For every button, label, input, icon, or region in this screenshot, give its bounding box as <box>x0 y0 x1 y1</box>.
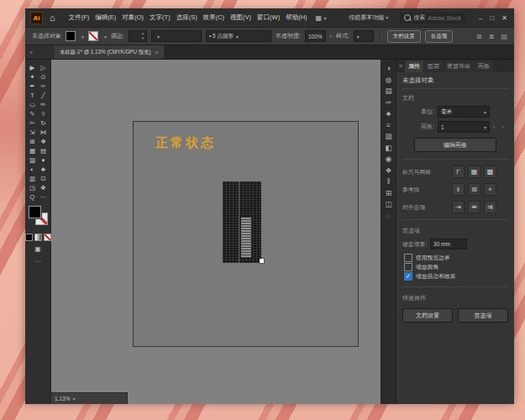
tab-artboards[interactable]: 画板 <box>475 60 493 72</box>
gradient-tool[interactable]: ▨ <box>27 155 38 165</box>
artboard-tool[interactable]: ⊡ <box>38 174 49 183</box>
symbol-sprayer-tool[interactable]: ♣ <box>38 165 49 174</box>
menu-object[interactable]: 对象(O) <box>122 13 144 22</box>
checkbox-scale-corners[interactable]: 缩放圆角 <box>404 263 508 271</box>
graphic-styles-panel-icon[interactable]: ❖ <box>386 167 392 175</box>
blend-tool[interactable]: ◐ <box>27 165 38 174</box>
magic-wand-tool[interactable]: ✦ <box>27 72 38 81</box>
preferences-button[interactable]: 首选项 <box>458 308 508 323</box>
appearance-panel-icon[interactable]: ◉ <box>386 155 391 163</box>
document-tab[interactable]: 未标题-1* @ 1.13% (CMYK/GPU 预览) × <box>55 45 164 59</box>
edit-artboards-button[interactable]: 编辑画板 <box>414 138 496 152</box>
color-fill-button[interactable] <box>25 234 33 241</box>
eraser-tool[interactable]: ◊ <box>38 109 49 118</box>
gradient-fill-button[interactable] <box>34 234 42 241</box>
opacity-value[interactable]: 100% <box>305 30 326 42</box>
tab-close-icon[interactable]: × <box>155 50 159 55</box>
toolbar-expander-icon[interactable]: » <box>25 45 55 59</box>
perspective-grid-tool[interactable]: ▦ <box>27 146 38 155</box>
graphic-style-select[interactable]: ▾ <box>354 30 374 42</box>
zoom-tool[interactable]: Q <box>27 192 38 202</box>
width-profile-select[interactable]: ▾ <box>151 30 202 42</box>
selection-handle[interactable] <box>260 259 264 263</box>
width-tool[interactable]: ⋈ <box>38 128 49 137</box>
gradient-panel-icon[interactable]: ▨ <box>385 133 391 140</box>
selection-tool[interactable]: ▶ <box>27 63 38 72</box>
menu-effect[interactable]: 效果(C) <box>203 13 224 22</box>
paintbrush-tool[interactable]: ✏ <box>38 100 49 109</box>
rotate-tool[interactable]: ↻ <box>38 118 49 128</box>
checkbox-scale-strokes-effects[interactable]: 缩放描边和效果 <box>404 272 508 281</box>
toolbar-more-icon[interactable]: ⋯ <box>34 258 42 265</box>
stroke-color-swatch[interactable] <box>88 30 100 42</box>
apps-grid-icon[interactable]: ▦ ▾ <box>316 14 327 22</box>
home-icon[interactable]: ⌂ <box>50 13 55 23</box>
eyedropper-tool[interactable]: ♦ <box>38 155 49 165</box>
scale-tool[interactable]: ⇲ <box>27 128 38 137</box>
minimize-button[interactable]: – <box>479 14 482 22</box>
pen-tool[interactable]: ✒ <box>27 81 38 91</box>
panel-options-icon[interactable]: ▤ <box>501 33 507 40</box>
shape-builder-tool[interactable]: ❖ <box>38 137 49 146</box>
preferences-button[interactable]: 首选项 <box>425 30 454 43</box>
menu-type[interactable]: 文字(T) <box>150 13 171 22</box>
mesh-tool[interactable]: ▤ <box>38 146 49 155</box>
app-icon[interactable]: Ai <box>30 12 43 24</box>
stroke-weight-stepper[interactable]: ▲▼ <box>129 30 147 42</box>
swatches-panel-icon[interactable]: ▤ <box>385 87 391 95</box>
ruler-corner-icon[interactable]: Γ <box>452 165 465 178</box>
canvas[interactable]: 正常状态 1.13% ▾ <box>51 60 381 404</box>
snap-to-pixel-icon[interactable]: ⇉ <box>484 201 496 213</box>
lasso-tool[interactable]: ⊙ <box>38 72 49 81</box>
drawing-mode-button[interactable]: ▣ <box>34 245 41 253</box>
hand-tool[interactable]: ✥ <box>38 183 49 192</box>
tab-properties[interactable]: 属性 <box>405 60 423 72</box>
checkbox-use-preview-bounds[interactable]: 使用预览边界 <box>404 254 508 262</box>
zoom-caret-icon[interactable]: ▾ <box>72 396 75 402</box>
document-setup-button[interactable]: 文档设置 <box>387 30 421 43</box>
lock-guides-icon[interactable]: ⊞ <box>468 183 480 196</box>
grid-object[interactable] <box>223 181 261 263</box>
keyboard-increment-input[interactable]: 30 mm <box>430 239 467 249</box>
slice-tool[interactable]: ◳ <box>27 183 38 192</box>
grid-icon[interactable]: ▦ <box>468 165 480 178</box>
transform-panel-icon[interactable]: ⊞ <box>386 190 391 197</box>
menu-window[interactable]: 窗口(W) <box>257 13 280 22</box>
fill-swatch[interactable] <box>29 206 41 218</box>
brush-definition-select[interactable]: • 5 点圆形▾ <box>206 30 271 42</box>
free-transform-tool[interactable]: ⊞ <box>27 137 38 146</box>
artboard-select[interactable]: 1▾ <box>438 121 490 133</box>
symbols-panel-icon[interactable]: ♣ <box>386 110 391 118</box>
opacity-more-icon[interactable]: › <box>330 34 332 39</box>
menu-select[interactable]: 选择(S) <box>176 13 197 22</box>
pencil-tool[interactable]: ✎ <box>27 109 38 118</box>
fill-caret-icon[interactable]: ▾ <box>81 34 84 39</box>
arrange-documents-icon[interactable]: ⊞ <box>476 33 482 40</box>
snap-to-point-icon[interactable]: ⇻ <box>468 201 480 213</box>
smart-guides-icon[interactable]: ⌖ <box>484 183 496 196</box>
search-input[interactable]: 搜索 Adobe Stock <box>400 13 465 24</box>
edit-toolbar-button[interactable]: ⋯ <box>38 192 49 202</box>
menu-file[interactable]: 文件(F) <box>69 13 90 22</box>
brushes-panel-icon[interactable]: ✑ <box>386 99 391 107</box>
color-guide-panel-icon[interactable]: ◍ <box>386 76 391 84</box>
units-select[interactable]: 毫米▾ <box>438 106 490 118</box>
zoom-level[interactable]: 1.13% <box>55 396 70 402</box>
snap-to-grid-icon[interactable]: ⇥ <box>452 201 465 213</box>
align-panel-icon[interactable]: ‖ <box>387 178 391 186</box>
document-setup-button[interactable]: 文档设置 <box>402 308 453 323</box>
stroke-caret-icon[interactable]: ▾ <box>104 34 107 39</box>
close-button[interactable]: ✕ <box>501 14 507 22</box>
menu-view[interactable]: 视图(V) <box>230 13 251 22</box>
pathfinder-panel-icon[interactable]: ◫ <box>385 201 391 208</box>
fill-color-swatch[interactable] <box>66 30 77 42</box>
workspace-layout-icon[interactable]: ≣ <box>489 33 495 40</box>
navigator-panel-icon[interactable]: ◌ <box>386 213 391 220</box>
artboard-nav-arrows[interactable]: ‹ › <box>493 124 507 130</box>
rectangle-tool[interactable]: ▭ <box>27 100 38 109</box>
type-tool[interactable]: T <box>27 91 38 100</box>
color-panel-icon[interactable]: ◑ <box>386 65 391 72</box>
panel-menu-icon[interactable]: ≡ <box>399 63 402 69</box>
checkbox-box[interactable] <box>404 263 412 271</box>
scissors-tool[interactable]: ✂ <box>27 118 38 128</box>
